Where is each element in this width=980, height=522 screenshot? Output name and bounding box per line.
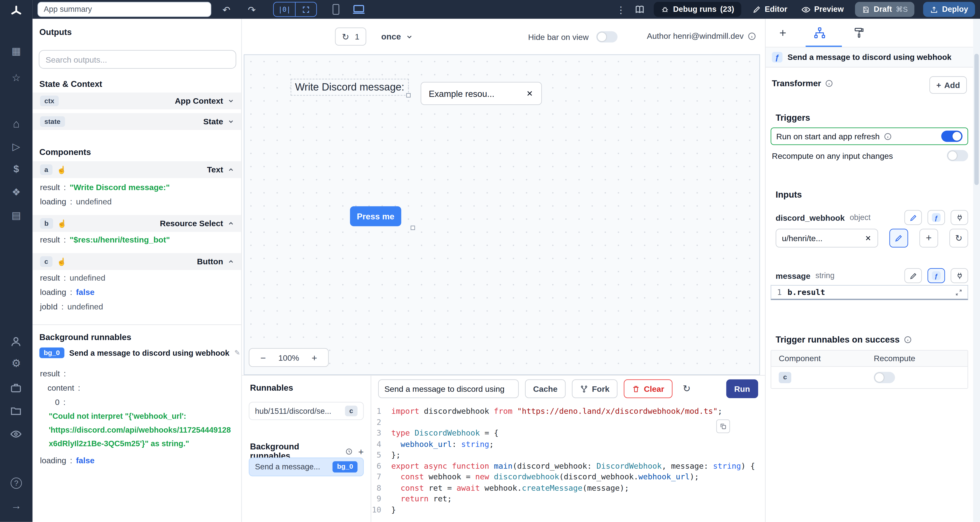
edit-pencil-icon[interactable]: ✎ xyxy=(234,349,240,357)
zoom-out-button[interactable]: − xyxy=(252,349,274,366)
refresh-icon[interactable]: ↻ xyxy=(342,32,349,41)
fit-view-icon[interactable] xyxy=(295,3,317,16)
resize-handle[interactable] xyxy=(410,226,415,230)
recompute-toggle[interactable] xyxy=(947,150,968,161)
schedules-icon[interactable]: ▤ xyxy=(0,210,32,221)
insert-component-icon[interactable]: + xyxy=(780,27,786,38)
search-outputs-input[interactable] xyxy=(39,50,236,69)
expression-editor[interactable]: 1 b.result xyxy=(771,285,968,300)
redo-icon[interactable]: ↷ xyxy=(248,5,256,14)
pointer-hand-icon[interactable]: ☝ xyxy=(57,257,66,266)
info-icon[interactable] xyxy=(825,80,833,88)
copy-code-button[interactable] xyxy=(716,419,730,433)
chevron-down-icon[interactable] xyxy=(228,118,234,125)
ctx-row[interactable]: ctx App Context xyxy=(32,92,242,109)
info-icon[interactable] xyxy=(883,132,891,140)
run-button[interactable]: Run xyxy=(726,379,758,398)
run-on-start-toggle[interactable] xyxy=(941,130,963,142)
add-background-runnable-icon[interactable]: + xyxy=(358,446,364,457)
component-settings-icon[interactable] xyxy=(814,27,826,38)
expand-editor-icon[interactable] xyxy=(955,288,963,296)
recompute-c-toggle[interactable] xyxy=(874,372,895,383)
settings-icon[interactable]: ⚙ xyxy=(0,358,32,369)
connect-output-button[interactable] xyxy=(951,268,968,283)
app-summary-input[interactable] xyxy=(37,2,211,17)
state-label: State xyxy=(203,117,223,126)
debug-runs-button[interactable]: Debug runs (23) xyxy=(654,2,741,17)
code-lines[interactable]: 1import discordwebhook from "https://den… xyxy=(371,406,765,515)
style-brush-icon[interactable] xyxy=(853,27,865,38)
refresh-count-button[interactable]: ↻ 1 xyxy=(335,27,366,46)
refresh-resource-button[interactable]: ↻ xyxy=(950,229,968,248)
workers-icon[interactable] xyxy=(10,382,22,394)
runs-icon[interactable]: ▷ xyxy=(0,142,32,152)
home-icon[interactable]: ⌂ xyxy=(0,118,32,129)
debug-runs-count: (23) xyxy=(720,5,734,14)
text-component[interactable]: Write Discord message: xyxy=(291,79,409,95)
desktop-view-icon[interactable] xyxy=(353,4,365,14)
resource-select-component[interactable]: Example resou... xyxy=(421,82,542,105)
pick-resource-button[interactable] xyxy=(889,229,908,248)
chevron-down-icon[interactable] xyxy=(228,97,234,104)
button-component[interactable]: Press me xyxy=(350,206,401,226)
reload-script-icon[interactable]: ↻ xyxy=(679,381,695,397)
help-icon[interactable]: ? xyxy=(0,477,32,489)
component-c-row[interactable]: c ☝ Button xyxy=(32,253,242,270)
state-row[interactable]: state State xyxy=(32,113,242,130)
users-icon[interactable] xyxy=(10,336,22,347)
pointer-hand-icon[interactable]: ☝ xyxy=(57,219,67,228)
pointer-hand-icon[interactable]: ☝ xyxy=(57,166,66,174)
zoom-in-button[interactable]: + xyxy=(303,349,326,366)
mobile-view-icon[interactable] xyxy=(332,4,340,15)
page-scrollbar[interactable] xyxy=(973,19,980,522)
audit-logs-icon[interactable] xyxy=(10,428,22,440)
clear-select-icon[interactable] xyxy=(526,89,534,97)
resource-input[interactable]: u/henri/te... xyxy=(776,229,878,248)
runnable-item[interactable]: hub/1511/discord/se... c xyxy=(249,402,364,420)
bg0-row[interactable]: bg_0 Send a message to discord using web… xyxy=(40,347,237,358)
docs-book-icon[interactable] xyxy=(634,4,645,15)
chevron-up-icon[interactable] xyxy=(228,166,234,173)
connect-expression-button[interactable]: ƒ xyxy=(928,268,945,283)
info-icon[interactable] xyxy=(748,32,756,40)
resources-icon[interactable]: ❖ xyxy=(0,188,32,197)
connect-output-button[interactable] xyxy=(951,210,968,225)
resize-handle[interactable] xyxy=(406,93,410,97)
variables-icon[interactable]: $ xyxy=(0,164,32,175)
trigger-runnables-table: Component Recompute c xyxy=(771,350,968,389)
info-icon[interactable] xyxy=(904,335,912,344)
draft-button[interactable]: Draft ⌘S xyxy=(855,2,915,17)
component-a-row[interactable]: a ☝ Text xyxy=(32,161,242,178)
hide-bar-toggle[interactable] xyxy=(596,31,617,43)
code-editor[interactable]: 1import discordwebhook from "https://den… xyxy=(371,402,765,522)
chevron-up-icon[interactable] xyxy=(228,258,234,265)
editor-tab[interactable]: Editor xyxy=(750,2,790,17)
undo-icon[interactable]: ↶ xyxy=(223,5,231,14)
scrollbar-thumb[interactable] xyxy=(974,54,978,185)
folders-icon[interactable] xyxy=(10,405,22,417)
bg0-badge: bg_0 xyxy=(40,347,64,358)
create-resource-button[interactable]: + xyxy=(920,229,938,248)
edit-static-button[interactable] xyxy=(904,268,922,283)
cache-button[interactable]: Cache xyxy=(525,379,566,398)
component-b-row[interactable]: b ☝ Resource Select xyxy=(32,215,242,232)
center-align-icon[interactable]: |0| xyxy=(274,3,295,16)
fork-button[interactable]: Fork xyxy=(572,379,618,398)
bg-runnable-item-selected[interactable]: Send a message... bg_0 xyxy=(249,458,364,476)
preview-tab[interactable]: Preview xyxy=(799,2,846,17)
more-menu-icon[interactable]: ⋮ xyxy=(616,5,625,14)
edit-static-button[interactable] xyxy=(904,210,922,225)
favorites-icon[interactable]: ☆ xyxy=(0,73,32,83)
run-mode-dropdown[interactable]: once xyxy=(377,27,417,46)
deploy-button[interactable]: Deploy xyxy=(923,2,975,17)
app-canvas[interactable]: Write Discord message: Example resou... … xyxy=(243,54,760,375)
save-icon xyxy=(862,5,870,13)
clear-button[interactable]: Clear xyxy=(624,379,672,398)
expand-rail-icon[interactable]: → xyxy=(0,501,32,511)
add-transformer-button[interactable]: + Add xyxy=(929,76,967,94)
chevron-up-icon[interactable] xyxy=(228,220,234,227)
clear-resource-icon[interactable] xyxy=(864,234,872,242)
connect-expression-button[interactable]: ƒ xyxy=(928,210,945,225)
apps-icon[interactable]: ▦ xyxy=(0,46,32,56)
script-summary-input[interactable] xyxy=(378,379,519,398)
